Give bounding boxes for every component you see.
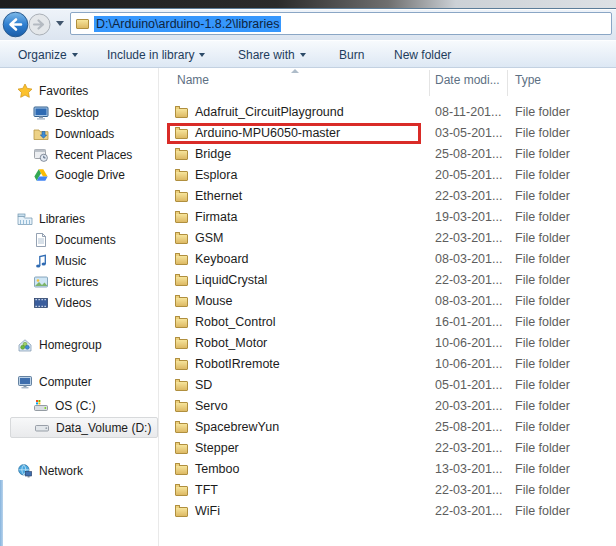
sidebar-item-videos[interactable]: Videos	[33, 292, 91, 313]
sidebar-item-label: Google Drive	[55, 168, 125, 182]
folder-icon	[175, 234, 188, 244]
forward-icon	[28, 13, 51, 36]
burn-button[interactable]: Burn	[339, 46, 364, 64]
file-name: Mouse	[195, 294, 233, 308]
folder-icon	[175, 192, 188, 202]
file-type: File folder	[515, 252, 570, 266]
sidebar-item-documents[interactable]: Documents	[33, 229, 116, 250]
back-button[interactable]	[2, 11, 29, 41]
sidebar-item-music[interactable]: Music	[33, 250, 86, 271]
documents-icon	[33, 232, 49, 248]
sidebar-item-recent-places[interactable]: Recent Places	[33, 144, 132, 165]
computer-icon	[17, 374, 33, 390]
table-row[interactable]: Stepper 22-03-201... File folder	[158, 438, 616, 459]
navigation-bar: D:\Arduino\arduino-1.8.2\libraries	[0, 10, 616, 40]
share-with-button[interactable]: Share with	[238, 46, 306, 64]
sidebar-section-network[interactable]: Network	[17, 460, 83, 481]
file-type: File folder	[515, 126, 570, 140]
folder-icon	[175, 129, 188, 139]
downloads-icon	[33, 126, 49, 142]
history-dropdown-icon[interactable]	[56, 21, 64, 26]
address-path[interactable]: D:\Arduino\arduino-1.8.2\libraries	[94, 16, 281, 32]
table-row[interactable]: WiFi 22-03-201... File folder	[158, 501, 616, 522]
back-icon	[2, 11, 29, 38]
folder-icon	[175, 360, 188, 370]
file-name: Arduino-MPU6050-master	[195, 126, 340, 140]
include-in-library-button[interactable]: Include in library	[107, 46, 205, 64]
forward-button[interactable]	[28, 13, 51, 39]
sidebar-item-label: Videos	[55, 296, 91, 310]
sidebar-item-desktop[interactable]: Desktop	[33, 102, 99, 123]
table-row[interactable]: LiquidCrystal 22-03-201... File folder	[158, 270, 616, 291]
file-date: 22-03-201...	[435, 504, 502, 518]
sidebar-item-label: Documents	[55, 233, 116, 247]
pictures-icon	[33, 274, 49, 290]
homegroup-icon	[17, 337, 33, 353]
sidebar-item-downloads[interactable]: Downloads	[33, 123, 114, 144]
sidebar-item-os-c[interactable]: OS (C:)	[33, 395, 96, 416]
file-type: File folder	[515, 105, 570, 119]
file-name: Robot_Motor	[195, 336, 267, 350]
column-header-type[interactable]: Type	[515, 73, 541, 87]
file-type: File folder	[515, 147, 570, 161]
sidebar-section-label: Homegroup	[39, 338, 102, 352]
table-row[interactable]: Adafruit_CircuitPlayground 08-11-201... …	[158, 102, 616, 123]
folder-icon	[175, 276, 188, 286]
file-name: Servo	[195, 399, 228, 413]
file-date: 13-03-201...	[435, 462, 502, 476]
new-folder-button[interactable]: New folder	[394, 46, 451, 64]
table-row[interactable]: Keyboard 08-03-201... File folder	[158, 249, 616, 270]
os-drive-icon	[33, 398, 49, 414]
sidebar-section-libraries[interactable]: Libraries	[17, 208, 85, 229]
column-header-date-modified[interactable]: Date modi...	[435, 73, 500, 87]
file-date: 25-08-201...	[435, 147, 502, 161]
sidebar-section-label: Computer	[39, 375, 92, 389]
videos-icon	[33, 295, 49, 311]
table-row[interactable]: Robot_Motor 10-06-201... File folder	[158, 333, 616, 354]
desktop-icon	[33, 105, 49, 121]
chevron-down-icon	[72, 53, 78, 57]
table-row[interactable]: Robot_Control 16-01-201... File folder	[158, 312, 616, 333]
sidebar-item-data-volume-d[interactable]: Data_Volume (D:)	[10, 417, 158, 438]
file-type: File folder	[515, 294, 570, 308]
explorer-window: D:\Arduino\arduino-1.8.2\libraries Organ…	[0, 0, 616, 546]
table-row[interactable]: Arduino-MPU6050-master 03-05-201... File…	[158, 123, 616, 144]
file-type: File folder	[515, 483, 570, 497]
table-row[interactable]: SpacebrewYun 25-08-201... File folder	[158, 417, 616, 438]
column-divider	[507, 70, 508, 96]
table-row[interactable]: Firmata 19-03-201... File folder	[158, 207, 616, 228]
sidebar-item-pictures[interactable]: Pictures	[33, 271, 98, 292]
table-row[interactable]: Mouse 08-03-201... File folder	[158, 291, 616, 312]
folder-icon	[175, 444, 188, 454]
file-date: 22-03-201...	[435, 189, 502, 203]
folder-icon	[175, 297, 188, 307]
table-row[interactable]: Bridge 25-08-201... File folder	[158, 144, 616, 165]
file-type: File folder	[515, 399, 570, 413]
sidebar-section-favorites[interactable]: Favorites	[17, 80, 88, 101]
table-row[interactable]: Temboo 13-03-201... File folder	[158, 459, 616, 480]
organize-button[interactable]: Organize	[18, 46, 78, 64]
file-type: File folder	[515, 357, 570, 371]
file-date: 08-11-201...	[435, 105, 501, 119]
sidebar-section-computer[interactable]: Computer	[17, 371, 92, 392]
sidebar-item-google-drive[interactable]: Google Drive	[33, 164, 125, 185]
table-row[interactable]: RobotIRremote 10-06-201... File folder	[158, 354, 616, 375]
table-row[interactable]: SD 05-01-201... File folder	[158, 375, 616, 396]
new-folder-label: New folder	[394, 48, 451, 62]
table-row[interactable]: TFT 22-03-201... File folder	[158, 480, 616, 501]
file-name: LiquidCrystal	[195, 273, 267, 287]
sidebar-section-label: Network	[39, 464, 83, 478]
file-date: 08-03-201...	[435, 252, 502, 266]
table-row[interactable]: Ethernet 22-03-201... File folder	[158, 186, 616, 207]
file-name: Temboo	[195, 462, 239, 476]
folder-icon	[175, 108, 188, 118]
address-bar[interactable]: D:\Arduino\arduino-1.8.2\libraries	[70, 12, 612, 35]
table-row[interactable]: Esplora 20-05-201... File folder	[158, 165, 616, 186]
address-folder-icon	[76, 19, 89, 29]
table-row[interactable]: Servo 20-03-201... File folder	[158, 396, 616, 417]
column-header-name[interactable]: Name	[177, 73, 209, 87]
table-row[interactable]: GSM 22-03-201... File folder	[158, 228, 616, 249]
folder-icon	[175, 486, 188, 496]
sort-ascending-icon	[291, 69, 299, 73]
sidebar-section-homegroup[interactable]: Homegroup	[17, 334, 102, 355]
